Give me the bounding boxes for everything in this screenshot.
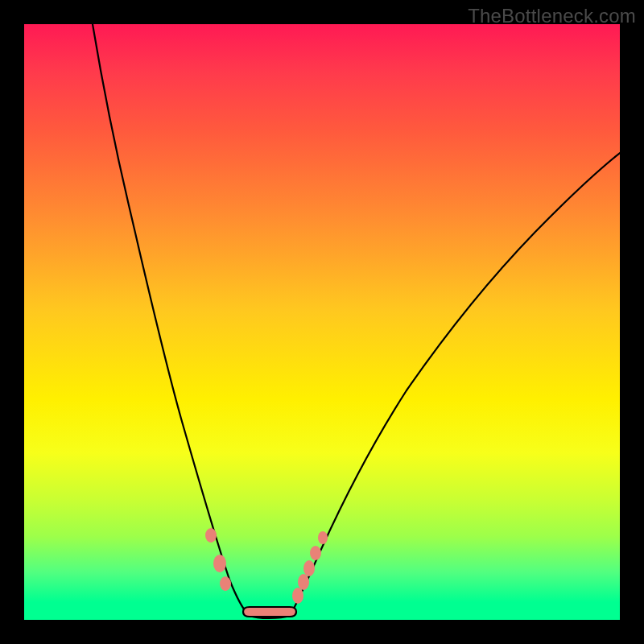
bead — [310, 546, 321, 560]
bead — [220, 576, 231, 591]
bead — [292, 588, 303, 604]
watermark-text: TheBottleneck.com — [468, 5, 636, 27]
bead — [213, 555, 226, 572]
plot-area — [24, 24, 620, 620]
bead-pill — [243, 607, 296, 617]
bead — [303, 560, 315, 576]
bead — [205, 528, 217, 543]
curve-left-arm — [93, 24, 250, 616]
curve-beads — [205, 528, 328, 617]
bottleneck-curve — [24, 24, 620, 620]
curve-right-arm — [290, 153, 620, 616]
bead — [318, 531, 328, 544]
bead — [298, 574, 309, 590]
chart-frame: TheBottleneck.com — [0, 0, 644, 644]
